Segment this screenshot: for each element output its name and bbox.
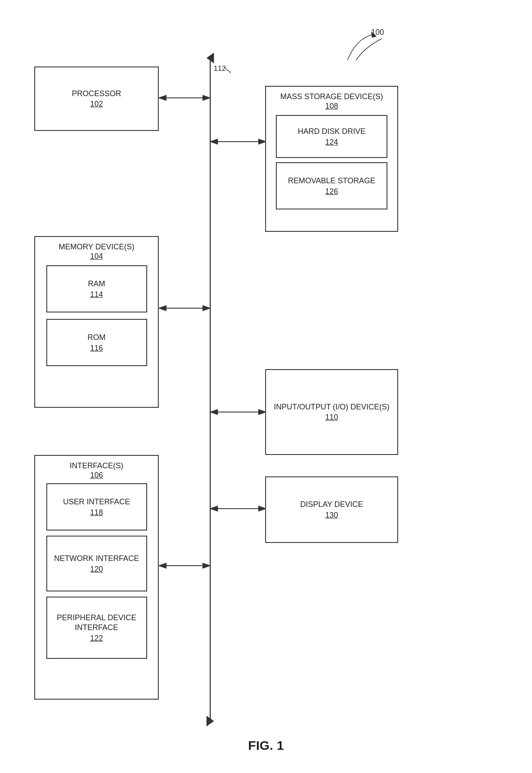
network-interface-label: NETWORK INTERFACE (54, 554, 139, 564)
display-device-label: DISPLAY DEVICE (300, 500, 363, 509)
removable-storage-box: REMOVABLE STORAGE 126 (276, 162, 387, 209)
network-interface-number: 120 (90, 565, 103, 574)
rom-box: ROM 116 (46, 319, 147, 366)
processor-label: PROCESSOR (72, 89, 121, 99)
bus-ref-arrow (222, 65, 235, 76)
io-devices-box: INPUT/OUTPUT (I/O) DEVICE(S) 110 (265, 369, 398, 455)
diagram: 100 112 PROCESSOR 102 MASS STORAGE DEVIC… (0, 0, 532, 773)
mass-storage-label: MASS STORAGE DEVICE(S) (280, 92, 383, 101)
hard-disk-drive-number: 124 (325, 138, 338, 147)
peripheral-device-interface-box: PERIPHERAL DEVICE INTERFACE 122 (46, 597, 147, 659)
processor-number: 102 (90, 100, 103, 109)
svg-line-14 (224, 67, 231, 73)
io-devices-label: INPUT/OUTPUT (I/O) DEVICE(S) (274, 402, 390, 412)
memory-devices-box: MEMORY DEVICE(S) 104 RAM 114 ROM 116 (34, 236, 159, 408)
interfaces-number: 106 (90, 471, 103, 479)
mass-storage-box: MASS STORAGE DEVICE(S) 108 HARD DISK DRI… (265, 86, 398, 232)
bus-ref-label: 112 (214, 64, 226, 73)
ram-label: RAM (88, 279, 105, 289)
display-device-number: 130 (325, 511, 338, 520)
user-interface-box: USER INTERFACE 118 (46, 483, 147, 530)
peripheral-device-interface-number: 122 (90, 634, 103, 643)
fig-label: FIG. 1 (0, 738, 532, 747)
memory-devices-number: 104 (90, 252, 103, 261)
user-interface-number: 118 (90, 508, 103, 517)
hard-disk-drive-box: HARD DISK DRIVE 124 (276, 115, 387, 158)
ram-box: RAM 114 (46, 265, 147, 312)
display-device-box: DISPLAY DEVICE 130 (265, 476, 398, 543)
ref-100-text: 100 (371, 28, 384, 37)
interfaces-label: INTERFACE(S) (70, 461, 123, 470)
rom-number: 116 (90, 344, 103, 353)
interfaces-box: INTERFACE(S) 106 USER INTERFACE 118 NETW… (34, 455, 159, 700)
hard-disk-drive-label: HARD DISK DRIVE (298, 127, 366, 136)
mass-storage-number: 108 (325, 102, 338, 110)
ram-number: 114 (90, 290, 103, 299)
rom-label: ROM (88, 333, 106, 343)
removable-storage-label: REMOVABLE STORAGE (288, 176, 375, 186)
processor-box: PROCESSOR 102 (34, 67, 159, 131)
removable-storage-number: 126 (325, 187, 338, 196)
diagram-ref-label: 100 (326, 26, 395, 67)
io-devices-number: 110 (325, 413, 338, 422)
peripheral-device-interface-label: PERIPHERAL DEVICE INTERFACE (47, 613, 146, 633)
user-interface-label: USER INTERFACE (63, 497, 130, 507)
ref-100-arrow (326, 26, 395, 64)
memory-devices-label: MEMORY DEVICE(S) (59, 243, 134, 251)
network-interface-box: NETWORK INTERFACE 120 (46, 536, 147, 591)
